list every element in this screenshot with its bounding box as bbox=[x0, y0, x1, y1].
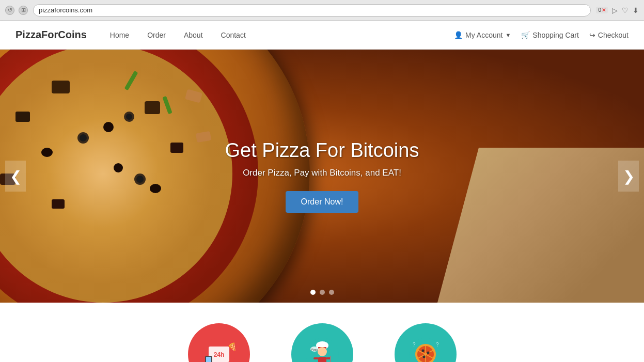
refresh-button[interactable]: ↺ bbox=[5, 6, 14, 15]
url-text: pizzaforcoins.com bbox=[39, 6, 92, 14]
grid-button[interactable]: ⊞ bbox=[19, 6, 28, 15]
navbar-nav: Home Order About Contact bbox=[102, 27, 454, 43]
feature-item-bitcoin: ? ? ? ? bbox=[395, 323, 457, 362]
order-now-button[interactable]: Order Now! bbox=[286, 191, 359, 213]
carousel-dot-2[interactable] bbox=[320, 290, 325, 295]
svg-rect-4 bbox=[206, 357, 211, 362]
checkout-button[interactable]: ↪ Checkout bbox=[589, 31, 629, 39]
svg-point-24 bbox=[427, 352, 429, 354]
badge-x-icon: ✕ bbox=[602, 7, 606, 13]
shopping-cart-button[interactable]: 🛒 Shopping Cart bbox=[521, 31, 579, 39]
carousel-next-button[interactable]: ❯ bbox=[618, 161, 639, 192]
navbar-brand[interactable]: PizzaForCoins bbox=[15, 29, 87, 41]
browser-chrome: ↺ ⊞ pizzaforcoins.com 0 ✕ ▷ ♡ ⬇ bbox=[0, 0, 644, 21]
carousel-dot-1[interactable] bbox=[310, 290, 316, 295]
hero-subtitle: Order Pizza, Pay with Bitcoins, and EAT! bbox=[225, 168, 419, 178]
browser-controls: ↺ ⊞ bbox=[5, 6, 28, 15]
feature-item-24h: 24h 🍕 bbox=[188, 323, 250, 362]
svg-text:🍕: 🍕 bbox=[228, 342, 237, 351]
svg-point-23 bbox=[421, 350, 424, 352]
dropdown-arrow-icon: ▼ bbox=[505, 32, 511, 38]
svg-text:24h: 24h bbox=[213, 351, 224, 358]
carousel-dot-3[interactable] bbox=[329, 290, 334, 295]
checkout-icon: ↪ bbox=[589, 31, 595, 39]
feature-icon-bitcoin: ? ? ? ? bbox=[395, 323, 457, 362]
navbar-right: 👤 My Account ▼ 🛒 Shopping Cart ↪ Checkou… bbox=[454, 31, 629, 39]
nav-item-about[interactable]: About bbox=[176, 27, 211, 43]
svg-rect-12 bbox=[313, 357, 319, 359]
nav-item-order[interactable]: Order bbox=[139, 27, 174, 43]
address-bar[interactable]: pizzaforcoins.com bbox=[33, 4, 591, 17]
nav-item-contact[interactable]: Contact bbox=[213, 27, 254, 43]
hero-content: Get Pizza For Bitcoins Order Pizza, Pay … bbox=[225, 139, 419, 213]
feature-chef-svg: Pizza bbox=[304, 336, 340, 362]
svg-rect-11 bbox=[318, 357, 326, 362]
shopping-cart-label: Shopping Cart bbox=[532, 31, 579, 39]
cart-icon: 🛒 bbox=[521, 31, 530, 39]
feature-item-chef: Pizza bbox=[291, 323, 353, 362]
download-icon[interactable]: ⬇ bbox=[633, 6, 639, 14]
svg-text:?: ? bbox=[436, 342, 439, 348]
checkout-label: Checkout bbox=[598, 31, 629, 39]
cardboard-texture bbox=[437, 148, 644, 303]
feature-icon-chef: Pizza bbox=[291, 323, 353, 362]
hero-title: Get Pizza For Bitcoins bbox=[225, 139, 419, 162]
svg-text:?: ? bbox=[413, 342, 416, 348]
heart-icon[interactable]: ♡ bbox=[622, 6, 629, 14]
feature-24h-svg: 24h 🍕 bbox=[201, 336, 237, 362]
svg-point-25 bbox=[422, 356, 425, 358]
carousel-prev-button[interactable]: ❮ bbox=[5, 161, 26, 192]
carousel-dots bbox=[310, 290, 334, 295]
forward-icon[interactable]: ▷ bbox=[612, 6, 618, 14]
svg-text:Pizza: Pizza bbox=[311, 348, 317, 351]
hero-carousel: Get Pizza For Bitcoins Order Pizza, Pay … bbox=[0, 50, 644, 303]
my-account-label: My Account bbox=[465, 31, 502, 39]
feature-icon-24h: 24h 🍕 bbox=[188, 323, 250, 362]
badge-counter: 0 ✕ bbox=[596, 7, 608, 13]
browser-right-controls: 0 ✕ ▷ ♡ ⬇ bbox=[596, 6, 639, 14]
website: PizzaForCoins Home Order About Contact 👤… bbox=[0, 21, 644, 362]
nav-item-home[interactable]: Home bbox=[102, 27, 137, 43]
user-icon: 👤 bbox=[454, 31, 463, 39]
features-section: 24h 🍕 bbox=[0, 303, 644, 362]
my-account-menu[interactable]: 👤 My Account ▼ bbox=[454, 31, 511, 39]
navbar: PizzaForCoins Home Order About Contact 👤… bbox=[0, 21, 644, 50]
feature-bitcoin-svg: ? ? ? ? bbox=[407, 336, 444, 362]
svg-point-10 bbox=[318, 347, 327, 356]
svg-rect-14 bbox=[330, 356, 331, 362]
